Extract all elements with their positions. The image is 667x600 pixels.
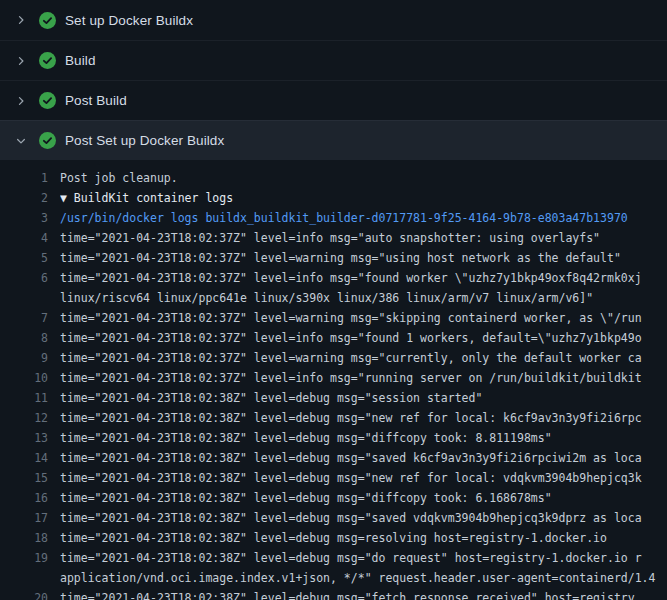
log-line-text: time="2021-04-23T18:02:37Z" level=info m… [60,228,667,248]
log-line-number: 14 [0,448,60,468]
log-line-text: linux/riscv64 linux/ppc641e linux/s390x … [60,288,667,308]
log-line-text: time="2021-04-23T18:02:37Z" level=info m… [60,368,667,388]
log-line: 7 time="2021-04-23T18:02:37Z" level=warn… [0,308,667,328]
log-line: 20 time="2021-04-23T18:02:38Z" level=deb… [0,588,667,600]
log-line-number: 10 [0,368,60,388]
log-line: 13 time="2021-04-23T18:02:38Z" level=deb… [0,428,667,448]
actions-log-viewer: Set up Docker Buildx Build Post Build Po… [0,0,667,600]
step-label: Set up Docker Buildx [65,13,193,28]
log-line: 9 time="2021-04-23T18:02:37Z" level=warn… [0,348,667,368]
log-line-text: time="2021-04-23T18:02:38Z" level=debug … [60,468,667,488]
log-line: 4 time="2021-04-23T18:02:37Z" level=info… [0,228,667,248]
check-circle-icon [39,52,56,69]
log-line-number: 11 [0,388,60,408]
log-line: 12 time="2021-04-23T18:02:38Z" level=deb… [0,408,667,428]
log-line-number: 7 [0,308,60,328]
log-line: 8 time="2021-04-23T18:02:37Z" level=info… [0,328,667,348]
log-line-number [0,288,60,308]
step-label: Build [65,53,96,68]
log-line: linux/riscv64 linux/ppc641e linux/s390x … [0,288,667,308]
log-line-number: 12 [0,408,60,428]
log-line-number: 18 [0,528,60,548]
log-line-number: 8 [0,328,60,348]
step-header-set-up-docker-buildx[interactable]: Set up Docker Buildx [0,0,667,40]
log-line-text: time="2021-04-23T18:02:38Z" level=debug … [60,448,667,468]
log-line: application/vnd.oci.image.index.v1+json,… [0,568,667,588]
log-line-text: application/vnd.oci.image.index.v1+json,… [60,568,667,588]
log-line-text: time="2021-04-23T18:02:37Z" level=info m… [60,328,667,348]
log-line-number: 5 [0,248,60,268]
log-line-text: time="2021-04-23T18:02:37Z" level=info m… [60,268,667,288]
log-line-text: time="2021-04-23T18:02:38Z" level=debug … [60,488,667,508]
log-line: 16 time="2021-04-23T18:02:38Z" level=deb… [0,488,667,508]
step-header-post-build[interactable]: Post Build [0,80,667,120]
log-line-text: time="2021-04-23T18:02:38Z" level=debug … [60,588,667,600]
log-line: 15 time="2021-04-23T18:02:38Z" level=deb… [0,468,667,488]
log-line-text: /usr/bin/docker logs buildx_buildkit_bui… [60,208,667,228]
log-line: 10 time="2021-04-23T18:02:37Z" level=inf… [0,368,667,388]
log-line-number: 4 [0,228,60,248]
chevron-right-icon [14,54,28,68]
log-line-number: 6 [0,268,60,288]
chevron-right-icon [14,94,28,108]
log-line-number: 19 [0,548,60,568]
log-line-number: 2 [0,188,60,208]
step-header-build[interactable]: Build [0,40,667,80]
log-line-text: time="2021-04-23T18:02:38Z" level=debug … [60,508,667,528]
log-line: 11 time="2021-04-23T18:02:38Z" level=deb… [0,388,667,408]
log-line-text: time="2021-04-23T18:02:38Z" level=debug … [60,548,667,568]
step-label: Post Set up Docker Buildx [65,133,224,148]
log-line-number [0,568,60,588]
log-line-text: Post job cleanup. [60,168,667,188]
log-line: 6 time="2021-04-23T18:02:37Z" level=info… [0,268,667,288]
log-line-number: 17 [0,508,60,528]
log-line: 1 Post job cleanup. [0,168,667,188]
chevron-down-icon [14,134,28,148]
log-line-text: time="2021-04-23T18:02:37Z" level=warnin… [60,308,667,328]
log-line-text: time="2021-04-23T18:02:38Z" level=debug … [60,428,667,448]
log-line: 17 time="2021-04-23T18:02:38Z" level=deb… [0,508,667,528]
log-line-number: 16 [0,488,60,508]
log-line-text: time="2021-04-23T18:02:37Z" level=warnin… [60,248,667,268]
log-line-number: 13 [0,428,60,448]
log-line-number: 9 [0,348,60,368]
log-line: 18 time="2021-04-23T18:02:38Z" level=deb… [0,528,667,548]
chevron-right-icon [14,13,28,27]
log-line-text: ▼ BuildKit container logs [60,188,667,208]
step-header-post-set-up-docker-buildx[interactable]: Post Set up Docker Buildx [0,120,667,160]
log-line-number: 3 [0,208,60,228]
step-label: Post Build [65,93,127,108]
check-circle-icon [39,92,56,109]
log-line-text: time="2021-04-23T18:02:38Z" level=debug … [60,388,667,408]
log-line: 19 time="2021-04-23T18:02:38Z" level=deb… [0,548,667,568]
log-line: 3 /usr/bin/docker logs buildx_buildkit_b… [0,208,667,228]
log-line: 14 time="2021-04-23T18:02:38Z" level=deb… [0,448,667,468]
check-circle-icon [39,12,56,29]
log-group-toggle[interactable]: 2 ▼ BuildKit container logs [0,188,667,208]
log-line-number: 20 [0,588,60,600]
log-output: 1 Post job cleanup. 2 ▼ BuildKit contain… [0,160,667,600]
log-line-text: time="2021-04-23T18:02:38Z" level=debug … [60,408,667,428]
check-circle-icon [39,132,56,149]
log-line-number: 1 [0,168,60,188]
log-line: 5 time="2021-04-23T18:02:37Z" level=warn… [0,248,667,268]
log-line-text: time="2021-04-23T18:02:37Z" level=warnin… [60,348,667,368]
log-line-text: time="2021-04-23T18:02:38Z" level=debug … [60,528,667,548]
log-line-number: 15 [0,468,60,488]
